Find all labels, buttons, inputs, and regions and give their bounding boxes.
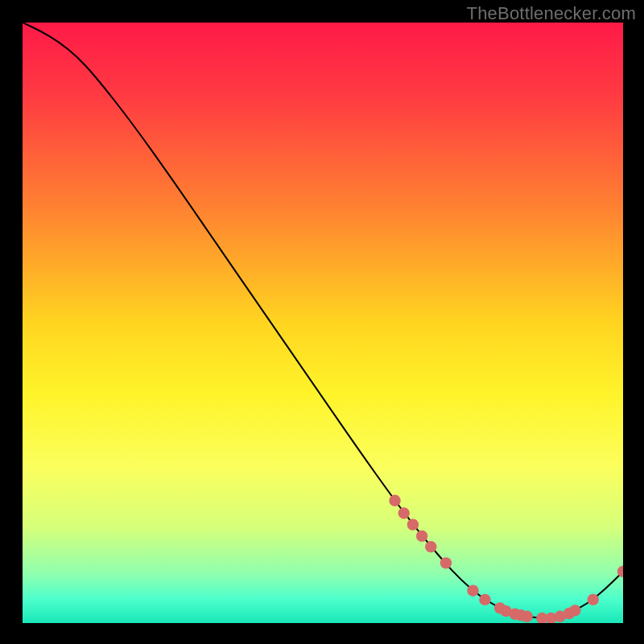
chart-svg (23, 23, 623, 623)
data-marker (440, 557, 452, 568)
data-marker (425, 541, 436, 552)
data-marker (407, 518, 419, 530)
plot-area (23, 23, 623, 623)
data-marker (467, 585, 478, 597)
data-marker (569, 605, 580, 616)
data-marker (479, 594, 490, 605)
gradient-background (23, 23, 623, 623)
data-marker (588, 594, 599, 605)
data-marker (389, 495, 400, 506)
data-marker (521, 611, 532, 622)
data-marker (416, 530, 427, 542)
watermark-text: TheBottlenecker.com (467, 3, 636, 24)
data-marker (398, 507, 410, 518)
chart-stage: TheBottlenecker.com (0, 0, 644, 644)
